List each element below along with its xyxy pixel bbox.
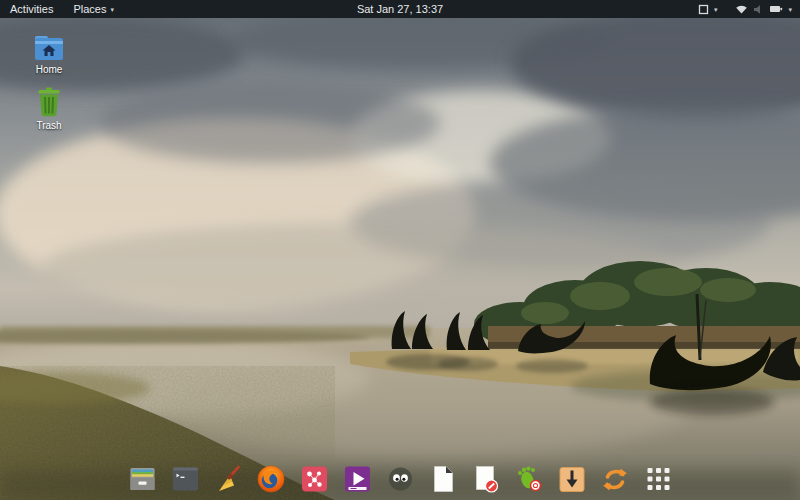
activities-button[interactable]: Activities — [10, 3, 53, 15]
sync-updater-icon[interactable] — [600, 463, 631, 495]
desktop-icon-trash[interactable]: Trash — [17, 85, 81, 131]
video-player-icon[interactable] — [342, 463, 373, 495]
googly-eyes-app-icon[interactable] — [385, 463, 416, 495]
volume-icon — [753, 4, 764, 15]
home-folder-icon — [32, 33, 66, 63]
chevron-down-icon: ▾ — [788, 6, 792, 13]
document-blocked-app-icon[interactable] — [471, 463, 502, 495]
window-indicator-menu[interactable]: ▾ — [698, 4, 718, 15]
desktop-icon-label: Trash — [36, 120, 61, 131]
wifi-icon — [735, 4, 748, 15]
desktop-icon-home[interactable]: Home — [17, 33, 81, 75]
battery-icon — [769, 4, 783, 14]
trash-icon — [32, 85, 66, 119]
system-status-menu[interactable]: ▾ — [735, 4, 792, 15]
wallpaper-image — [0, 18, 800, 500]
activities-label: Activities — [10, 3, 53, 15]
chevron-down-icon: ▾ — [110, 6, 114, 13]
app-grid-icon[interactable] — [643, 463, 674, 495]
red-molecule-app-icon[interactable] — [299, 463, 330, 495]
desktop-icon-label: Home — [36, 64, 63, 75]
document-app-icon[interactable] — [428, 463, 459, 495]
window-indicator-icon — [698, 4, 709, 15]
places-menu[interactable]: Places ▾ — [73, 3, 114, 15]
terminal-icon[interactable] — [170, 463, 201, 495]
broom-cleaner-icon[interactable] — [213, 463, 244, 495]
file-manager-icon[interactable] — [127, 463, 158, 495]
firefox-icon[interactable] — [256, 463, 287, 495]
chevron-down-icon: ▾ — [714, 6, 718, 13]
download-manager-icon[interactable] — [557, 463, 588, 495]
top-bar: Activities Places ▾ Sat Jan 27, 13:37 ▾ — [0, 0, 800, 18]
clock[interactable]: Sat Jan 27, 13:37 — [357, 3, 443, 15]
places-label: Places — [73, 3, 106, 15]
gnome-foot-recorder-icon[interactable] — [514, 463, 545, 495]
dock — [127, 463, 674, 495]
